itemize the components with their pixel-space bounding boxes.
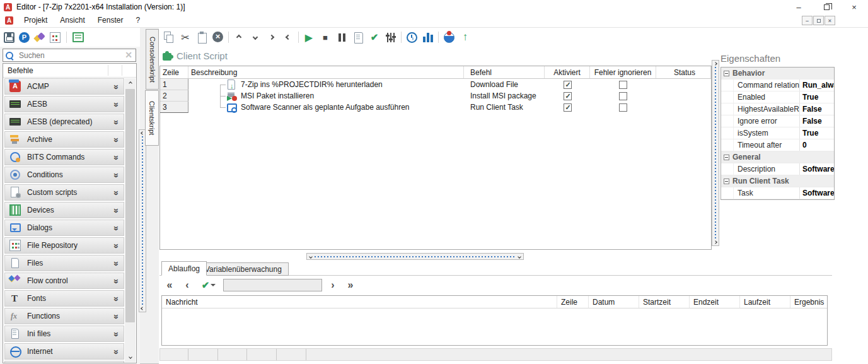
expand-chevron-icon[interactable]: » — [112, 261, 122, 265]
column-status[interactable]: Status — [656, 66, 711, 78]
collapse-down-icon[interactable] — [309, 255, 313, 259]
bottom-splitter[interactable] — [306, 253, 524, 260]
left-splitter[interactable] — [139, 129, 146, 312]
restore-button[interactable] — [813, 0, 840, 14]
collapse-down-icon[interactable] — [518, 255, 521, 259]
sidebar-item-flow-control[interactable]: Flow control » — [4, 273, 124, 289]
column-datum[interactable]: Datum — [589, 296, 639, 308]
copy-icon[interactable] — [161, 30, 176, 45]
collapse-right-icon[interactable] — [714, 240, 717, 244]
first-icon[interactable]: « — [163, 279, 176, 291]
expand-chevron-icon[interactable]: » — [112, 226, 122, 230]
paste-icon[interactable] — [194, 30, 209, 45]
sidebar-item-fonts[interactable]: Fonts » — [4, 290, 124, 307]
enabled-checkbox[interactable] — [564, 81, 572, 89]
tab-clientskript[interactable]: Clientskript — [145, 90, 159, 146]
collapse-left-icon[interactable] — [141, 307, 144, 310]
property-row[interactable]: Enabled True — [721, 91, 834, 103]
mdi-restore-button[interactable] — [813, 16, 824, 25]
expand-chevron-icon[interactable]: » — [112, 120, 122, 124]
file-repository-icon[interactable] — [50, 32, 61, 43]
document-icon[interactable] — [5, 16, 13, 25]
dropdown-caret-icon[interactable] — [211, 284, 216, 286]
line-number[interactable]: 3 — [160, 102, 188, 113]
move-up-icon[interactable] — [231, 30, 246, 45]
delete-icon[interactable] — [211, 30, 226, 45]
script-row-2[interactable]: 2 MSI Paket installieren Install MSI pac… — [160, 90, 711, 102]
close-button[interactable]: × — [840, 0, 868, 14]
commands-list-header[interactable]: Befehle — [3, 64, 136, 78]
run-to-cursor-icon[interactable] — [350, 30, 366, 45]
menu-help[interactable]: ? — [129, 14, 146, 27]
sidebar-item-functions[interactable]: Functions » — [4, 308, 124, 324]
search-input[interactable] — [18, 50, 122, 61]
expand-chevron-icon[interactable]: » — [112, 85, 122, 88]
sidebar-item-archive[interactable]: Archive » — [4, 131, 124, 148]
sidebar-item-files[interactable]: Files » — [4, 255, 124, 271]
expand-chevron-icon[interactable]: » — [112, 279, 122, 283]
tab-consolenskript[interactable]: Consolenskript — [146, 29, 159, 90]
collapse-icon[interactable] — [724, 155, 729, 160]
line-number[interactable]: 1 — [160, 79, 188, 90]
history-icon[interactable] — [404, 30, 419, 45]
outdent-icon[interactable] — [281, 30, 296, 45]
property-group-general[interactable]: General — [721, 151, 834, 163]
stop-icon[interactable]: ■ — [318, 30, 333, 45]
enabled-checkbox[interactable] — [564, 92, 572, 100]
web-update-icon[interactable] — [441, 30, 456, 45]
sidebar-item-internet[interactable]: Internet » — [4, 343, 124, 360]
scroll-down-icon[interactable] — [125, 352, 136, 362]
tab-ablauflog[interactable]: Ablauflog — [161, 261, 207, 276]
sidebar-item-aesb-deprecated[interactable]: AESB (deprecated) » — [4, 114, 124, 130]
acmp-p-icon[interactable] — [19, 32, 30, 43]
column-zeile[interactable]: Zeile — [160, 66, 188, 78]
sidebar-item-bits-commands[interactable]: BITS Commands » — [4, 149, 124, 165]
property-row[interactable]: Command relation Run_alwa — [721, 79, 834, 91]
sidebar-scrollbar[interactable] — [125, 78, 136, 362]
next-icon[interactable]: › — [326, 279, 340, 291]
expand-chevron-icon[interactable]: » — [112, 332, 122, 336]
clear-search-icon[interactable]: ✕ — [122, 49, 136, 61]
sidebar-item-aesb[interactable]: AESB » — [4, 96, 124, 112]
column-ergebnis[interactable]: Ergebnis — [790, 296, 827, 308]
detail-view-icon[interactable] — [72, 32, 84, 42]
property-row[interactable]: Ignore error False — [721, 115, 834, 127]
line-number[interactable]: 2 — [160, 90, 188, 102]
sidebar-item-partial[interactable] — [4, 361, 124, 363]
expand-chevron-icon[interactable]: » — [112, 191, 122, 194]
property-row[interactable]: Timeout after 0 — [721, 139, 834, 151]
column-endzeit[interactable]: Endzeit — [690, 296, 740, 308]
expand-chevron-icon[interactable]: » — [112, 102, 122, 106]
property-row[interactable]: Task Software — [721, 187, 834, 199]
property-group-run-client-task[interactable]: Run Client Task — [721, 175, 834, 187]
expand-chevron-icon[interactable]: » — [112, 155, 122, 159]
menu-ansicht[interactable]: Ansicht — [54, 14, 91, 27]
column-aktiviert[interactable]: Aktiviert — [545, 66, 590, 78]
save-icon[interactable] — [4, 32, 14, 43]
scrollbar-thumb[interactable] — [125, 89, 135, 322]
sidebar-item-acmp[interactable]: ACMP » — [4, 78, 124, 95]
column-laufzeit[interactable]: Laufzeit — [740, 296, 790, 308]
run-filter-button[interactable]: ✔ — [198, 279, 219, 291]
sidebar-item-ini-files[interactable]: Ini files » — [4, 326, 124, 342]
expand-chevron-icon[interactable]: » — [112, 208, 122, 212]
expand-chevron-icon[interactable]: » — [112, 173, 122, 177]
pause-icon[interactable] — [334, 30, 349, 45]
expand-chevron-icon[interactable]: » — [112, 244, 122, 247]
column-fehler-ignorieren[interactable]: Fehler ignorieren — [590, 66, 656, 78]
sidebar-item-conditions[interactable]: Conditions » — [4, 167, 124, 183]
log-filter-input[interactable] — [223, 279, 322, 291]
minimize-button[interactable]: – — [785, 0, 813, 14]
property-row[interactable]: isSystem True — [721, 127, 834, 139]
column-zeile[interactable]: Zeile — [557, 296, 589, 308]
script-row-1[interactable]: 1 7-Zip ins %PROJECTDIR% herunterladen D… — [160, 79, 711, 90]
report-icon[interactable] — [420, 30, 436, 45]
mdi-minimize-button[interactable]: – — [802, 16, 813, 25]
collapse-icon[interactable] — [724, 71, 729, 76]
run-icon[interactable]: ▶ — [301, 30, 316, 45]
menu-projekt[interactable]: Projekt — [18, 14, 54, 27]
options-icon[interactable] — [383, 30, 398, 45]
column-beschreibung[interactable]: Beschreibung — [188, 66, 464, 78]
collapse-left-icon[interactable] — [141, 131, 144, 135]
tab-variablenueberwachung[interactable]: Variablenüberwachung — [198, 262, 289, 276]
